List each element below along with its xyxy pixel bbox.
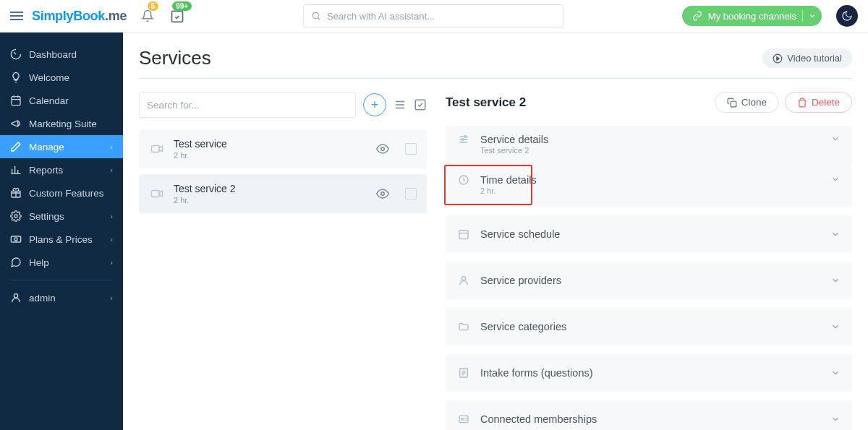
- sidebar-label: Help: [29, 257, 49, 268]
- user-icon: [457, 275, 470, 286]
- panel-service-categories[interactable]: Service categories: [446, 308, 852, 345]
- panel-service-details[interactable]: Service details Test service 2: [446, 126, 852, 166]
- plus-icon: +: [371, 98, 379, 113]
- sidebar-label: Plans & Prices: [29, 234, 93, 245]
- chevron-down-icon: [830, 134, 841, 144]
- panel-title: Connected memberships: [480, 413, 820, 425]
- svg-rect-12: [152, 191, 160, 197]
- svg-point-7: [14, 294, 17, 298]
- svg-point-13: [381, 192, 385, 196]
- chevron-right-icon: ›: [110, 235, 113, 244]
- sidebar-item-reports[interactable]: Reports ›: [0, 158, 123, 181]
- search-icon: [311, 11, 321, 21]
- svg-rect-0: [172, 11, 183, 22]
- add-service-button[interactable]: +: [363, 93, 386, 116]
- panel-service-providers[interactable]: Service providers: [446, 262, 852, 299]
- booking-channels-button[interactable]: My booking channels: [682, 6, 822, 26]
- panel-title: Service categories: [480, 321, 820, 332]
- sidebar: Dashboard Welcome Calendar Marketing Sui…: [0, 33, 123, 430]
- megaphone-icon: [10, 118, 22, 129]
- money-icon: [10, 233, 22, 245]
- gauge-icon: [10, 48, 22, 60]
- tasks-badge: 99+: [172, 1, 192, 11]
- chart-icon: [10, 164, 22, 176]
- detail-header: Test service 2 Clone Delete: [446, 92, 852, 113]
- bulb-icon: [10, 72, 22, 83]
- svg-point-15: [464, 136, 467, 138]
- service-duration: 2 hr.: [174, 151, 367, 160]
- sidebar-label: Manage: [29, 142, 64, 152]
- clone-button[interactable]: Clone: [715, 92, 779, 113]
- sidebar-item-marketing[interactable]: Marketing Suite: [0, 112, 123, 135]
- tasks-button[interactable]: 99+: [170, 9, 184, 23]
- video-tutorial-button[interactable]: Video tutorial: [762, 48, 852, 68]
- visibility-icon[interactable]: [376, 142, 389, 155]
- svg-point-16: [461, 139, 464, 141]
- panel-title: Time details: [480, 174, 820, 186]
- visibility-icon[interactable]: [376, 187, 389, 200]
- chevron-right-icon: ›: [110, 293, 113, 302]
- panel-subtitle: Test service 2: [480, 146, 820, 155]
- list-toolbar: +: [139, 92, 427, 118]
- svg-point-4: [14, 215, 17, 218]
- notifications-button[interactable]: 5: [141, 9, 154, 23]
- bell-icon: [141, 9, 154, 23]
- service-list-item[interactable]: Test service 2 2 hr.: [139, 174, 427, 213]
- top-bar: SimplyBook.me 5 99+ My booking channels: [0, 0, 868, 33]
- service-detail-column: Test service 2 Clone Delete Service deta…: [446, 92, 852, 430]
- logo-suffix: .me: [105, 9, 127, 23]
- panel-time-details[interactable]: Time details 2 hr.: [446, 166, 852, 207]
- panel-title: Service providers: [480, 275, 820, 286]
- global-search-input[interactable]: [327, 11, 556, 22]
- sidebar-item-help[interactable]: Help ›: [0, 251, 123, 274]
- delete-button[interactable]: Delete: [785, 92, 852, 113]
- sidebar-item-custom-features[interactable]: Custom Features: [0, 181, 123, 205]
- play-icon: [773, 53, 783, 64]
- service-search-input[interactable]: [139, 92, 356, 118]
- chevron-down-icon: [830, 275, 841, 285]
- form-icon: [457, 367, 470, 379]
- logo[interactable]: SimplyBook.me: [32, 9, 127, 24]
- svg-point-6: [14, 238, 17, 241]
- service-checkbox[interactable]: [405, 143, 417, 155]
- chevron-right-icon: ›: [110, 212, 113, 220]
- sidebar-item-manage[interactable]: Manage ›: [0, 135, 123, 158]
- global-search[interactable]: [303, 4, 563, 27]
- chevron-down-icon: [809, 12, 816, 20]
- panel-intake-forms[interactable]: Intake forms (questions): [446, 354, 852, 392]
- dark-mode-toggle[interactable]: [836, 5, 858, 27]
- sidebar-label: Reports: [29, 165, 63, 176]
- select-all-icon[interactable]: [414, 98, 427, 111]
- service-checkbox[interactable]: [405, 188, 417, 199]
- moon-icon: [841, 10, 853, 22]
- pencil-icon: [10, 141, 22, 152]
- card-icon: [457, 413, 470, 425]
- sidebar-item-dashboard[interactable]: Dashboard: [0, 43, 123, 66]
- channels-label: My booking channels: [708, 11, 796, 22]
- sidebar-label: Custom Features: [29, 188, 104, 199]
- list-view-icon[interactable]: [393, 98, 407, 111]
- sidebar-item-user[interactable]: admin ›: [0, 286, 123, 309]
- hamburger-menu-icon[interactable]: [10, 12, 23, 20]
- svg-rect-18: [459, 231, 468, 239]
- panel-service-schedule[interactable]: Service schedule: [446, 215, 852, 253]
- page-header: Services Video tutorial: [139, 47, 852, 79]
- sidebar-item-plans[interactable]: Plans & Prices ›: [0, 228, 123, 251]
- service-name: Test service 2: [174, 183, 367, 194]
- sidebar-item-calendar[interactable]: Calendar: [0, 89, 123, 112]
- svg-point-19: [461, 277, 465, 280]
- panel-connected-memberships[interactable]: Connected memberships: [446, 400, 852, 430]
- svg-rect-5: [11, 236, 20, 242]
- svg-rect-14: [731, 101, 736, 107]
- chevron-right-icon: ›: [110, 165, 113, 174]
- chevron-down-icon: [830, 174, 841, 184]
- sidebar-label: Settings: [29, 211, 64, 222]
- sidebar-item-welcome[interactable]: Welcome: [0, 66, 123, 89]
- sidebar-label: Calendar: [29, 95, 69, 106]
- chevron-down-icon: [830, 368, 841, 378]
- service-list-item[interactable]: Test service 2 hr.: [139, 129, 427, 168]
- svg-point-11: [381, 147, 385, 151]
- svg-rect-9: [415, 100, 425, 110]
- sidebar-label: Dashboard: [29, 49, 77, 60]
- sidebar-item-settings[interactable]: Settings ›: [0, 205, 123, 228]
